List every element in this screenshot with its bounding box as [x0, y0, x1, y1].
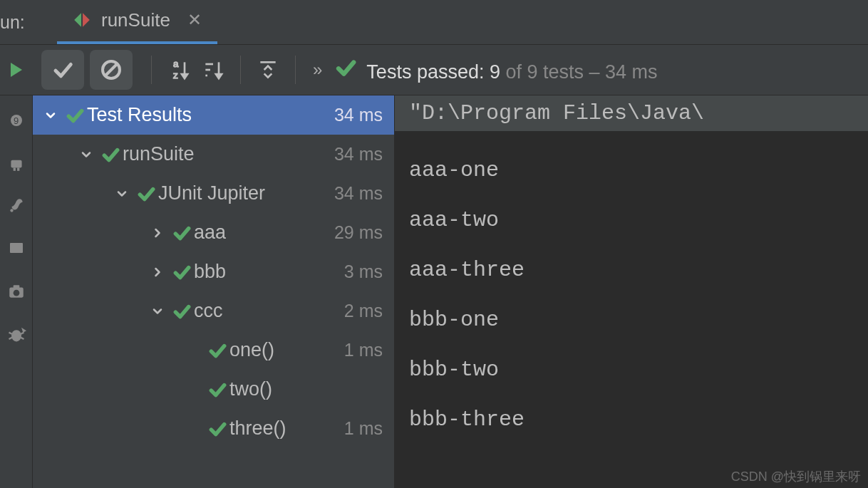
tests-passed-count: 9 — [490, 61, 500, 83]
tree-node-time: 29 ms — [334, 222, 383, 243]
camera-icon[interactable] — [6, 281, 27, 302]
svg-rect-24 — [13, 285, 19, 288]
svg-point-25 — [13, 290, 19, 296]
chevron-down-icon[interactable] — [145, 304, 170, 318]
expand-all-button[interactable] — [251, 53, 285, 87]
svg-marker-31 — [21, 328, 26, 333]
tree-row[interactable]: Test Results34 ms — [33, 95, 394, 135]
console-line: aaa-three — [409, 231, 868, 281]
chevron-down-icon[interactable] — [74, 147, 98, 162]
console-command: "D:\Program Files\Java\ — [395, 95, 868, 131]
tree-node-label: JUnit Jupiter — [158, 182, 334, 204]
tree-node-time: 34 ms — [334, 183, 383, 204]
svg-text:a: a — [173, 58, 179, 69]
separator — [295, 56, 296, 84]
svg-rect-19 — [13, 168, 15, 171]
tree-node-label: bbb — [194, 261, 344, 283]
runconfig-icon — [73, 11, 91, 29]
svg-line-28 — [20, 333, 24, 334]
tree-node-label: runSuite — [123, 143, 334, 165]
layout-icon[interactable] — [6, 238, 27, 259]
console-line: bbb-three — [409, 380, 868, 430]
pass-icon — [134, 185, 158, 203]
run-tabbar: un: runSuite ✕ — [0, 0, 868, 44]
tree-row[interactable]: three()1 ms — [33, 409, 394, 448]
sort-duration-button[interactable] — [196, 53, 230, 87]
svg-text:9: 9 — [14, 115, 19, 126]
test-toolbar: a z » Tests passed: 9 of — [0, 44, 868, 95]
tree-node-time: 3 ms — [344, 261, 383, 282]
chevron-down-icon[interactable] — [38, 108, 63, 123]
tests-total-suffix: of 9 tests – 34 ms — [506, 61, 658, 83]
tree-row[interactable]: bbb3 ms — [33, 252, 394, 291]
tree-node-time: 1 ms — [344, 340, 383, 360]
tree-row[interactable]: ccc2 ms — [33, 291, 394, 331]
tree-row[interactable]: aaa29 ms — [33, 213, 394, 252]
svg-rect-20 — [17, 168, 19, 171]
svg-rect-22 — [10, 243, 23, 253]
test-summary: Tests passed: 9 of 9 tests – 34 ms — [329, 57, 657, 83]
chevron-down-icon[interactable] — [110, 187, 134, 201]
overflow-icon[interactable]: » — [306, 60, 329, 80]
runconfig-label: un: — [0, 12, 57, 33]
svg-marker-1 — [83, 13, 90, 27]
svg-marker-0 — [74, 13, 81, 27]
show-ignored-button[interactable] — [90, 50, 133, 90]
settings-icon[interactable] — [6, 195, 27, 217]
left-gutter: 9 — [0, 95, 33, 488]
svg-line-27 — [9, 333, 12, 334]
pass-icon — [170, 263, 194, 281]
svg-rect-18 — [11, 160, 21, 168]
svg-marker-13 — [215, 73, 223, 79]
run-tab-label: runSuite — [101, 9, 170, 31]
separator — [151, 56, 152, 84]
run-tab[interactable]: runSuite ✕ — [57, 1, 217, 44]
tree-node-label: Test Results — [87, 104, 334, 126]
chevron-right-icon[interactable] — [145, 265, 170, 279]
close-icon[interactable]: ✕ — [187, 10, 202, 30]
pass-icon — [170, 302, 194, 321]
console-line: aaa-one — [409, 131, 868, 181]
tree-node-time: 1 ms — [344, 418, 383, 439]
tree-node-label: three() — [229, 417, 344, 440]
pass-icon — [205, 380, 229, 399]
show-passed-button[interactable] — [41, 50, 84, 90]
svg-point-26 — [11, 330, 21, 341]
svg-line-30 — [20, 338, 24, 339]
stop-icon[interactable]: 9 — [6, 110, 27, 131]
tree-node-label: ccc — [194, 300, 344, 322]
sort-alpha-button[interactable]: a z — [162, 53, 196, 87]
tree-row[interactable]: one()1 ms — [33, 331, 394, 370]
svg-text:z: z — [173, 70, 178, 81]
svg-line-29 — [9, 338, 12, 339]
tree-node-time: 34 ms — [334, 105, 383, 125]
pass-icon — [205, 341, 229, 360]
console-line: bbb-two — [409, 331, 868, 380]
tree-row[interactable]: JUnit Jupiter34 ms — [33, 174, 394, 213]
console-line: aaa-two — [409, 181, 868, 231]
console-line: bbb-one — [409, 281, 868, 331]
pass-icon — [205, 420, 229, 438]
pass-icon — [63, 106, 87, 125]
rerun-icon[interactable] — [9, 61, 24, 78]
test-tree[interactable]: Test Results34 msrunSuite34 msJUnit Jupi… — [33, 95, 395, 488]
tree-row[interactable]: two() — [33, 370, 394, 409]
svg-line-4 — [105, 64, 117, 76]
separator — [240, 56, 241, 84]
tree-node-label: aaa — [194, 222, 334, 244]
chevron-right-icon[interactable] — [145, 226, 170, 240]
svg-marker-8 — [181, 73, 189, 79]
tree-node-label: one() — [229, 339, 344, 361]
tree-node-label: two() — [229, 378, 383, 400]
pass-icon — [98, 145, 123, 164]
pass-icon — [170, 224, 194, 242]
tree-row[interactable]: runSuite34 ms — [33, 135, 394, 174]
debug-icon[interactable] — [6, 152, 27, 174]
watermark: CSDN @快到锅里来呀 — [731, 468, 861, 485]
tests-passed-label: Tests passed: — [366, 61, 484, 83]
console-output[interactable]: "D:\Program Files\Java\ aaa-oneaaa-twoaa… — [395, 95, 868, 488]
tree-node-time: 2 ms — [344, 301, 383, 321]
bug-icon[interactable] — [6, 323, 27, 345]
pass-icon — [335, 57, 356, 78]
tree-node-time: 34 ms — [334, 144, 383, 165]
